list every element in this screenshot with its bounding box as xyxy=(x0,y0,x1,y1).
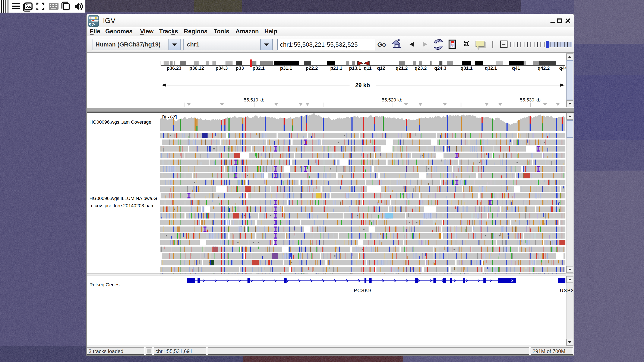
svg-text:p33: p33 xyxy=(236,65,244,71)
svg-text:q23.2: q23.2 xyxy=(415,65,427,71)
svg-text:29 kb: 29 kb xyxy=(355,82,370,88)
svg-text:Refseq Genes: Refseq Genes xyxy=(90,282,120,287)
svg-text:q32.1: q32.1 xyxy=(485,65,497,71)
svg-text:p36.12: p36.12 xyxy=(190,65,204,71)
svg-text:p32.1: p32.1 xyxy=(252,65,264,71)
svg-text:q44: q44 xyxy=(559,65,568,71)
svg-text:HG00096.wgs...am Coverage: HG00096.wgs...am Coverage xyxy=(90,119,152,125)
svg-text:55,530 kb: 55,530 kb xyxy=(520,97,541,103)
svg-text:h_cov_pcr_free.20140203.bam: h_cov_pcr_free.20140203.bam xyxy=(90,203,154,208)
svg-text:q41: q41 xyxy=(512,65,520,71)
svg-text:p31.1: p31.1 xyxy=(280,65,292,71)
svg-text:p36.23: p36.23 xyxy=(167,65,182,71)
svg-text:q12: q12 xyxy=(377,65,385,71)
svg-text:q21.2: q21.2 xyxy=(396,65,408,71)
svg-text:p13.1: p13.1 xyxy=(349,65,361,71)
svg-text:q31.1: q31.1 xyxy=(460,65,472,71)
svg-text:p21.1: p21.1 xyxy=(330,65,342,71)
svg-text:q11: q11 xyxy=(364,65,372,71)
svg-text:q24.3: q24.3 xyxy=(434,65,446,71)
svg-text:USP2: USP2 xyxy=(560,288,574,293)
svg-text:PCSK9: PCSK9 xyxy=(354,288,371,293)
svg-text:55,520 kb: 55,520 kb xyxy=(382,97,402,103)
svg-text:HG00096.wgs.ILLUMINA.bwa.G: HG00096.wgs.ILLUMINA.bwa.G xyxy=(90,196,157,201)
svg-text:55,510 kb: 55,510 kb xyxy=(244,97,264,103)
svg-text:p34.3: p34.3 xyxy=(216,65,228,71)
svg-text:q42.2: q42.2 xyxy=(538,65,550,71)
svg-text:[0 - 67]: [0 - 67] xyxy=(162,115,177,119)
svg-text:p22.2: p22.2 xyxy=(306,65,318,71)
